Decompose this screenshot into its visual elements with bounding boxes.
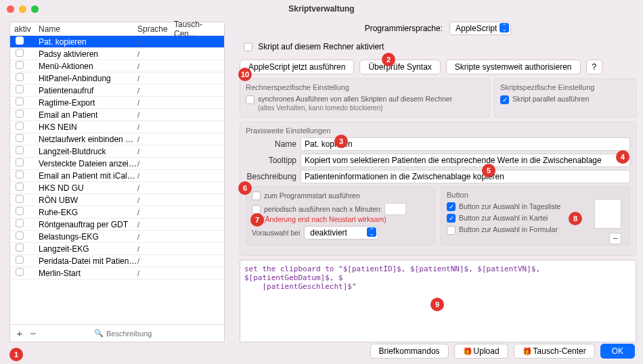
button-preview xyxy=(594,199,621,229)
gift-icon: 🎁 xyxy=(523,347,532,355)
table-row[interactable]: Padsy aktivieren/ xyxy=(10,48,224,60)
table-row[interactable]: Ragtime-Export/ xyxy=(10,97,224,109)
sys-auth-button[interactable]: Skripte systemweit authorisieren xyxy=(446,60,581,74)
table-row[interactable]: Peridata-Datei mit PatientID/ xyxy=(10,255,224,267)
window-title: Skriptverwaltung xyxy=(0,4,643,14)
row-checkbox[interactable] xyxy=(16,219,24,227)
row-sprache: / xyxy=(137,135,174,143)
table-row[interactable]: Pat. kopieren/ xyxy=(10,36,224,48)
desc-input[interactable] xyxy=(301,170,630,183)
row-checkbox[interactable] xyxy=(16,256,24,264)
col-sprache[interactable]: Sprache xyxy=(137,24,174,34)
row-checkbox[interactable] xyxy=(16,61,24,69)
table-header: aktiv Name Sprache Tausch-Cen... xyxy=(10,22,224,36)
titlebar: Skriptverwaltung xyxy=(0,0,643,18)
col-name[interactable]: Name xyxy=(36,24,137,34)
row-sprache: / xyxy=(137,208,174,217)
table-row[interactable]: HKS ND GU/ xyxy=(10,182,224,194)
row-sprache: / xyxy=(137,74,174,83)
row-checkbox[interactable] xyxy=(16,195,24,203)
row-name: RÖN UBW xyxy=(36,196,137,205)
row-sprache: / xyxy=(137,184,174,192)
kartei-checkbox[interactable]: ✓ xyxy=(447,214,456,223)
row-checkbox[interactable] xyxy=(16,158,24,166)
add-button[interactable]: + xyxy=(13,327,26,339)
row-sprache: / xyxy=(137,87,174,95)
annotation-4: 4 xyxy=(616,150,629,164)
table-row[interactable]: Langzeit-EKG/ xyxy=(10,243,224,255)
table-row[interactable]: Netzlaufwerk einbinden neu/ xyxy=(10,133,224,145)
row-checkbox[interactable] xyxy=(16,37,24,45)
tooltip-label: Tooltipp xyxy=(246,156,296,165)
annotation-9: 9 xyxy=(430,298,444,311)
row-name: Email an Patient mit iCal-Anha... xyxy=(36,171,137,181)
annotation-10: 10 xyxy=(238,68,252,81)
row-checkbox[interactable] xyxy=(16,268,24,276)
name-input[interactable] xyxy=(301,137,630,151)
search-icon: 🔍 xyxy=(94,329,104,338)
row-name: Langzeit-EKG xyxy=(36,244,137,254)
ok-button[interactable]: OK xyxy=(600,344,635,359)
search-input[interactable] xyxy=(106,329,221,338)
table-row[interactable]: Email an Patient/ xyxy=(10,109,224,121)
activate-checkbox[interactable] xyxy=(244,43,252,51)
table-row[interactable]: Versteckte Dateien anzeigen/ xyxy=(10,158,224,170)
preselect-value: deaktiviert xyxy=(310,228,347,237)
annotation-6: 6 xyxy=(238,181,252,195)
row-checkbox[interactable] xyxy=(16,146,24,154)
table-row[interactable]: RÖN UBW/ xyxy=(10,194,224,206)
onstart-checkbox[interactable] xyxy=(252,191,261,200)
tooltip-input[interactable] xyxy=(301,154,630,167)
row-checkbox[interactable] xyxy=(16,73,24,81)
row-sprache: / xyxy=(137,38,174,46)
sync-exec-checkbox[interactable] xyxy=(246,95,254,104)
remove-button[interactable]: − xyxy=(26,327,40,339)
row-checkbox[interactable] xyxy=(16,85,24,93)
formular-checkbox[interactable] xyxy=(447,226,456,235)
col-aktiv[interactable]: aktiv xyxy=(10,24,36,34)
briefkommandos-button[interactable]: Briefkommandos xyxy=(370,344,449,359)
tagesliste-label: Button zur Auswahl in Tagesliste xyxy=(459,202,560,210)
table-row[interactable]: Patientenaufruf/ xyxy=(10,85,224,97)
row-checkbox[interactable] xyxy=(16,231,24,240)
run-now-button[interactable]: AppleScript jetzt ausführen xyxy=(240,60,354,74)
language-select[interactable]: AppleScript ⌃⌄ xyxy=(449,22,511,35)
language-value: AppleScript xyxy=(456,24,497,33)
formular-label: Button zur Auswahl in Formular xyxy=(459,225,558,233)
table-row[interactable]: Merlin-Start/ xyxy=(10,267,224,279)
preselect-select[interactable]: deaktiviert ⌃⌄ xyxy=(304,226,378,240)
table-row[interactable]: HKS NEIN/ xyxy=(10,121,224,133)
annotation-8: 8 xyxy=(569,212,582,225)
row-checkbox[interactable] xyxy=(16,110,24,118)
desc-label: Beschreibung xyxy=(246,172,296,181)
table-row[interactable]: Langzeit-Blutdruck/ xyxy=(10,145,224,158)
row-checkbox[interactable] xyxy=(16,207,24,215)
minutes-input[interactable] xyxy=(384,203,406,215)
check-syntax-button[interactable]: Überprüfe Syntax xyxy=(359,60,440,74)
tagesliste-checkbox[interactable]: ✓ xyxy=(447,202,456,211)
row-checkbox[interactable] xyxy=(16,122,24,130)
row-name: Merlin-Start xyxy=(36,269,137,278)
row-checkbox[interactable] xyxy=(16,183,24,191)
row-checkbox[interactable] xyxy=(16,49,24,57)
table-row[interactable]: Email an Patient mit iCal-Anha.../ xyxy=(10,170,224,182)
table-row[interactable]: Menü-Aktionen/ xyxy=(10,60,224,72)
row-checkbox[interactable] xyxy=(16,170,24,179)
annotation-2: 2 xyxy=(382,53,395,66)
upload-button[interactable]: 🎁Upload xyxy=(454,344,508,359)
preview-remove-button[interactable]: − xyxy=(609,233,621,244)
table-row[interactable]: Belastungs-EKG/ xyxy=(10,231,224,243)
periodic-label: periodisch ausführen nach x Minuten: xyxy=(264,205,382,213)
row-sprache: / xyxy=(137,99,174,107)
row-name: Email an Patient xyxy=(36,110,137,120)
table-row[interactable]: Ruhe-EKG/ xyxy=(10,206,224,219)
table-row[interactable]: HitPanel-Anbindung/ xyxy=(10,72,224,85)
help-button[interactable]: ? xyxy=(586,60,603,74)
row-checkbox[interactable] xyxy=(16,244,24,252)
row-checkbox[interactable] xyxy=(16,97,24,106)
table-row[interactable]: Röntgenauftrag per GDT/ xyxy=(10,219,224,231)
chevron-updown-icon: ⌃⌄ xyxy=(367,227,376,237)
tausch-center-button[interactable]: 🎁Tausch-Center xyxy=(514,344,595,359)
parallel-checkbox[interactable]: ✓ xyxy=(500,95,509,104)
row-checkbox[interactable] xyxy=(16,134,24,142)
